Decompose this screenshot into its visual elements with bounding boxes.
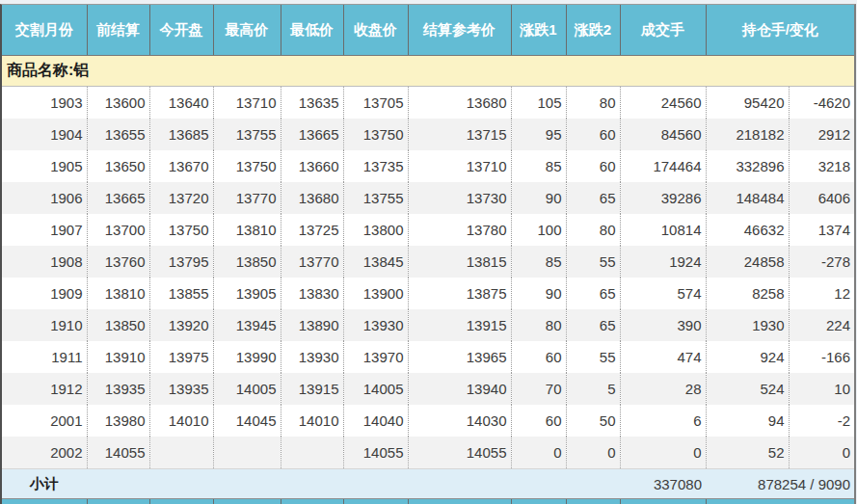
delivery-month-cell: 1907 [2, 214, 87, 246]
subtotal-volume: 337080 [620, 469, 706, 499]
value-cell: 224 [789, 309, 854, 341]
value-cell: 1374 [789, 214, 854, 246]
table-row: 1912139351393514005139151400513940705285… [2, 373, 854, 405]
delivery-month-cell: 1904 [2, 119, 87, 150]
value-cell: 13810 [213, 214, 281, 246]
value-cell: 13920 [149, 309, 213, 341]
value-cell: 3218 [789, 150, 854, 182]
value-cell: 6 [620, 405, 706, 437]
value-cell: 6406 [789, 182, 854, 214]
delivery-month-cell: 1908 [2, 246, 87, 278]
table-row: 2002140551405514055000520 [2, 437, 854, 469]
value-cell: 95 [511, 119, 566, 150]
value-cell: 100 [511, 214, 566, 246]
value-cell: 13640 [149, 87, 213, 119]
value-cell: 55 [566, 341, 620, 373]
value-cell: 105 [511, 87, 566, 119]
value-cell: 13735 [343, 150, 408, 182]
delivery-month-cell: 1906 [2, 182, 87, 214]
value-cell: 218182 [706, 119, 789, 150]
value-cell: 390 [620, 309, 706, 341]
value-cell: 13660 [281, 150, 343, 182]
value-cell: 14045 [213, 405, 281, 437]
table-row: 1911139101397513990139301397013965605547… [2, 341, 854, 373]
col-header-change2: 涨跌2 [566, 5, 620, 56]
value-cell: 13965 [408, 341, 511, 373]
value-cell: 13725 [281, 214, 343, 246]
futures-quotes-table: 交割月份 前结算 今开盘 最高价 最低价 收盘价 结算参考价 涨跌1 涨跌2 成… [2, 5, 854, 499]
value-cell: 13750 [343, 119, 408, 150]
value-cell [149, 437, 213, 469]
value-cell: -2 [789, 405, 854, 437]
col-header-delivery-month: 交割月份 [2, 5, 87, 56]
table-row: 1908137601379513850137701384513815855519… [2, 246, 854, 278]
value-cell [213, 437, 281, 469]
value-cell: 13680 [408, 87, 511, 119]
value-cell: 13600 [87, 87, 149, 119]
value-cell: 95420 [706, 87, 789, 119]
value-cell: 90 [511, 278, 566, 309]
delivery-month-cell: 1909 [2, 278, 87, 309]
delivery-month-cell: 1910 [2, 309, 87, 341]
value-cell: 14010 [281, 405, 343, 437]
col-header-settlement-ref: 结算参考价 [408, 5, 511, 56]
value-cell: 52 [706, 437, 789, 469]
value-cell: 46632 [706, 214, 789, 246]
value-cell: 65 [566, 309, 620, 341]
value-cell: 924 [706, 341, 789, 373]
col-header-close: 收盘价 [343, 5, 408, 56]
col-header-prev-settlement: 前结算 [87, 5, 149, 56]
value-cell: 80 [511, 309, 566, 341]
subtotal-row: 小计 337080 878254 / 9090 [2, 469, 854, 499]
value-cell: 13710 [408, 150, 511, 182]
value-cell: 13815 [408, 246, 511, 278]
value-cell: 13930 [281, 341, 343, 373]
col-header-change1: 涨跌1 [511, 5, 566, 56]
value-cell: 13755 [343, 182, 408, 214]
value-cell: 13795 [149, 246, 213, 278]
col-header-high: 最高价 [213, 5, 281, 56]
col-header-volume: 成交手 [620, 5, 706, 56]
subtotal-open-interest-change: 878254 / 9090 [706, 469, 854, 499]
value-cell: 24858 [706, 246, 789, 278]
value-cell: 332896 [706, 150, 789, 182]
value-cell: 174464 [620, 150, 706, 182]
value-cell: 13680 [281, 182, 343, 214]
value-cell: -4620 [789, 87, 854, 119]
value-cell: 13665 [87, 182, 149, 214]
value-cell [281, 437, 343, 469]
value-cell: 13890 [281, 309, 343, 341]
value-cell: 13665 [281, 119, 343, 150]
value-cell: 12 [789, 278, 854, 309]
value-cell: 13650 [87, 150, 149, 182]
value-cell: 13915 [408, 309, 511, 341]
value-cell: 524 [706, 373, 789, 405]
value-cell: 14055 [408, 437, 511, 469]
table-body: 1903136001364013710136351370513680105802… [2, 87, 854, 469]
value-cell: 2912 [789, 119, 854, 150]
value-cell: 13760 [87, 246, 149, 278]
value-cell: 0 [789, 437, 854, 469]
value-cell: -278 [789, 246, 854, 278]
table-header: 交割月份 前结算 今开盘 最高价 最低价 收盘价 结算参考价 涨跌1 涨跌2 成… [2, 5, 854, 56]
futures-quotes-screen: 交割月份 前结算 今开盘 最高价 最低价 收盘价 结算参考价 涨跌1 涨跌2 成… [0, 0, 857, 504]
commodity-name-label: 商品名称:铝 [2, 56, 854, 87]
value-cell: 60 [511, 341, 566, 373]
value-cell: 24560 [620, 87, 706, 119]
next-table-header-strip [2, 499, 854, 504]
delivery-month-cell: 2002 [2, 437, 87, 469]
value-cell: 13975 [149, 341, 213, 373]
value-cell: 10 [789, 373, 854, 405]
value-cell: 0 [620, 437, 706, 469]
value-cell: 13810 [87, 278, 149, 309]
table-row: 1909138101385513905138301390013875906557… [2, 278, 854, 309]
value-cell: 13730 [408, 182, 511, 214]
value-cell: 1930 [706, 309, 789, 341]
value-cell: 85 [511, 246, 566, 278]
value-cell: 13930 [343, 309, 408, 341]
value-cell: 80 [566, 214, 620, 246]
value-cell: 50 [566, 405, 620, 437]
value-cell: 60 [511, 405, 566, 437]
value-cell: 14040 [343, 405, 408, 437]
value-cell: 70 [511, 373, 566, 405]
